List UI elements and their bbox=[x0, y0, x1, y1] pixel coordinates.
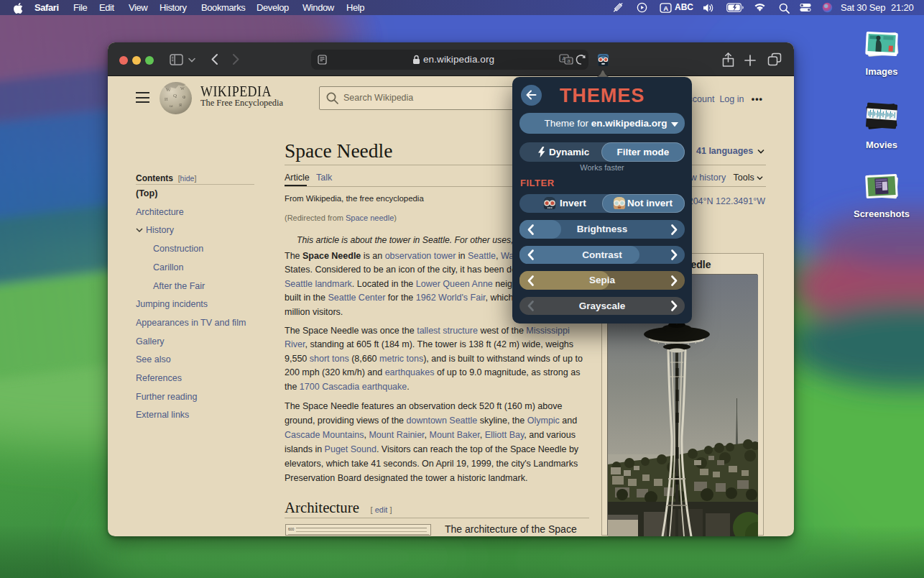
svg-text:A: A bbox=[663, 4, 668, 12]
svg-text:W: W bbox=[166, 87, 171, 93]
svg-text:W: W bbox=[180, 86, 185, 91]
